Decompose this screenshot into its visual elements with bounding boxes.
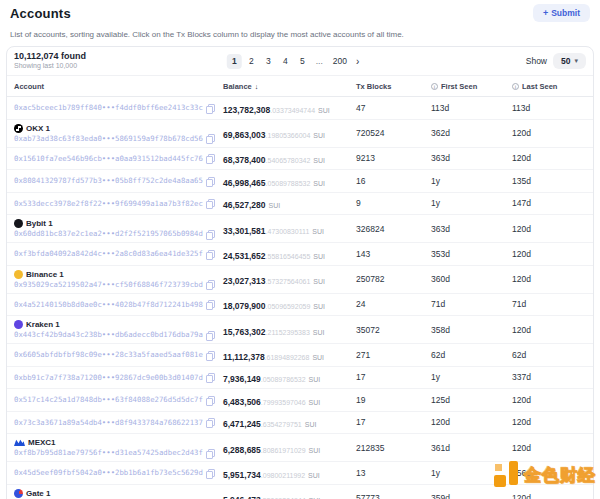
- table-row: 0x533decc3978e2f8f22•••9f699499a1aa7b3f8…: [7, 193, 593, 216]
- balance-cell: 23,027,313.57327564061SUI: [223, 270, 356, 288]
- exchange-name: OKX 1: [26, 124, 50, 133]
- tx-blocks-cell: 35072: [356, 325, 431, 335]
- copy-icon[interactable]: [206, 418, 213, 426]
- account-address-link[interactable]: 0x443cf42b9da43c238b•••db6adecc0bd176dba…: [14, 330, 203, 339]
- exchange-label[interactable]: Binance 1: [14, 270, 223, 279]
- balance-cell: 69,863,003.19805366004SUI: [223, 124, 356, 142]
- balance-cell: 6,288,685.80861971029SUI: [223, 439, 356, 457]
- submit-label: Submit: [551, 8, 580, 18]
- balance-cell: 18,079,900.05096592059SUI: [223, 295, 356, 313]
- account-address-link[interactable]: 0x6605abfdbfbf98c09e•••28c33a5faaed5aaf0…: [14, 350, 203, 359]
- page-button[interactable]: 5: [295, 54, 310, 69]
- copy-icon[interactable]: [206, 154, 213, 162]
- exchange-label[interactable]: Gate 1: [14, 489, 223, 498]
- account-address-link[interactable]: 0x4a52140150b8d0ae0c•••4028b47f8d712241b…: [14, 300, 203, 309]
- tx-blocks-cell: 47: [356, 103, 431, 113]
- page-title: Accounts: [10, 6, 590, 21]
- first-seen-cell: 361d: [431, 443, 512, 453]
- page-size-dropdown[interactable]: 50 ▾: [553, 53, 586, 69]
- show-label: Show: [526, 56, 547, 66]
- balance-decimal: .19805366004: [266, 132, 311, 139]
- account-address-link[interactable]: 0x935029ca5219502a47•••cf50f68846f723739…: [14, 280, 203, 289]
- last-seen-cell: 120d: [512, 417, 586, 427]
- table-row: 0xbb91c7a7f738a71200•••92867dc9e00b3d014…: [7, 367, 593, 390]
- next-page-icon[interactable]: ›: [353, 56, 362, 67]
- table-row: 0x45d5eef09fbf5042a0•••2bb1b6a1fb73e5c56…: [7, 462, 593, 485]
- submit-button[interactable]: + Submit: [533, 4, 590, 22]
- balance-token: SUI: [312, 354, 324, 361]
- first-seen-cell: 113d: [431, 103, 512, 113]
- accounts-card: 10,112,074 found Showing last 10,000 123…: [6, 46, 594, 499]
- exchange-label[interactable]: OKX 1: [14, 124, 223, 133]
- copy-icon[interactable]: [206, 373, 213, 381]
- balance-cell: 6,483,506.79993597046SUI: [223, 391, 356, 409]
- balance-integer: 5,946,473: [223, 495, 261, 499]
- copy-icon[interactable]: [206, 230, 213, 238]
- last-seen-cell: 337d: [512, 372, 586, 382]
- account-address-link[interactable]: 0x45d5eef09fbf5042a0•••2bb1b6a1fb73e5c56…: [14, 468, 203, 477]
- account-cell: 0xbb91c7a7f738a71200•••92867dc9e00b3d014…: [14, 373, 223, 382]
- copy-icon[interactable]: [206, 331, 213, 339]
- tx-blocks-cell: 19: [356, 395, 431, 405]
- last-seen-cell: 147d: [512, 198, 586, 208]
- account-address-link[interactable]: 0x80841329787fd577b3•••05b8ff752c2de4a8a…: [14, 176, 203, 185]
- copy-icon[interactable]: [206, 449, 213, 457]
- page-button[interactable]: 200: [329, 54, 351, 69]
- balance-decimal: .6354279751: [261, 421, 302, 428]
- binance-icon: [14, 270, 23, 279]
- copy-icon[interactable]: [206, 104, 213, 112]
- account-address-link[interactable]: 0x15610fa7ee546b96cb•••a0aa931512bad445f…: [14, 154, 203, 163]
- balance-integer: 69,863,003: [223, 130, 266, 140]
- copy-icon[interactable]: [206, 177, 213, 185]
- balance-integer: 7,936,149: [223, 374, 261, 384]
- exchange-label[interactable]: MEXC1: [14, 438, 223, 447]
- kraken-icon: [14, 320, 23, 329]
- balance-token: SUI: [318, 107, 330, 114]
- account-address-link[interactable]: 0xf3bfda04092a842d4c•••2a8c0d83a6ea41de3…: [14, 249, 203, 258]
- copy-icon[interactable]: [206, 351, 213, 359]
- last-seen-cell: 113d: [512, 103, 586, 113]
- account-address-link[interactable]: 0x517c14c25a1d7848db•••63f84088e276d5d5d…: [14, 395, 203, 404]
- account-address-link[interactable]: 0x73c3a3671a89a54db4•••d8f9433784a768622…: [14, 418, 203, 427]
- last-seen-cell: 120d: [512, 325, 586, 335]
- page-button[interactable]: 3: [261, 54, 276, 69]
- copy-icon[interactable]: [206, 199, 213, 207]
- balance-integer: 68,378,400: [223, 155, 266, 165]
- page-button[interactable]: 4: [278, 54, 293, 69]
- page-button[interactable]: 1: [227, 54, 242, 69]
- account-address-link[interactable]: 0x60dd81bc837e2c1ea2•••d2f2f521957065b09…: [14, 229, 203, 238]
- copy-icon[interactable]: [206, 396, 213, 404]
- account-address-link[interactable]: 0xac5bceec1b789ff840•••f4ddf0bff6ee2413c…: [14, 103, 203, 112]
- account-cell: 0x73c3a3671a89a54db4•••d8f9433784a768622…: [14, 418, 223, 427]
- copy-icon[interactable]: [206, 469, 213, 477]
- exchange-label[interactable]: Kraken 1: [14, 320, 223, 329]
- account-cell: 0x15610fa7ee546b96cb•••a0aa931512bad445f…: [14, 154, 223, 163]
- tx-blocks-cell: 326824: [356, 224, 431, 234]
- tx-blocks-cell: 720524: [356, 128, 431, 138]
- balance-cell: 6,471,245.6354279751SUI: [223, 413, 356, 431]
- last-seen-cell: 120d: [512, 493, 586, 499]
- copy-icon[interactable]: [206, 300, 213, 308]
- tx-blocks-cell: 143: [356, 249, 431, 259]
- balance-cell: 68,378,400.54065780342SUI: [223, 149, 356, 167]
- account-address-link[interactable]: 0x533decc3978e2f8f22•••9f699499a1aa7b3f8…: [14, 199, 203, 208]
- account-cell: MEXC1 0xf8b7b95d81ae79756f•••d31ea57425a…: [14, 438, 223, 457]
- balance-integer: 123,782,308: [223, 105, 270, 115]
- copy-icon[interactable]: [206, 280, 213, 288]
- tx-blocks-cell: 212835: [356, 443, 431, 453]
- page-button[interactable]: 2: [244, 54, 259, 69]
- balance-token: SUI: [305, 421, 317, 428]
- first-seen-cell: 363d: [431, 153, 512, 163]
- account-address-link[interactable]: 0xbb91c7a7f738a71200•••92867dc9e00b3d014…: [14, 373, 203, 382]
- column-header-tx-blocks[interactable]: Tx Blocks: [356, 82, 431, 91]
- page-header: Accounts + Submit List of accounts, sort…: [0, 0, 600, 39]
- copy-icon[interactable]: [206, 134, 213, 142]
- balance-cell: 7,936,149.05089786532SUI: [223, 368, 356, 386]
- account-cell: Binance 1 0x935029ca5219502a47•••cf50f68…: [14, 270, 223, 289]
- account-address-link[interactable]: 0xf8b7b95d81ae79756f•••d31ea57425adbec2d…: [14, 448, 203, 457]
- balance-decimal: .79993597046: [261, 399, 306, 406]
- account-address-link[interactable]: 0xab73ad38c63f83eda0•••5869159a9f78b678c…: [14, 134, 203, 143]
- copy-icon[interactable]: [206, 250, 213, 258]
- exchange-label[interactable]: Bybit 1: [14, 219, 223, 228]
- column-header-balance[interactable]: Balance ↓: [223, 82, 356, 91]
